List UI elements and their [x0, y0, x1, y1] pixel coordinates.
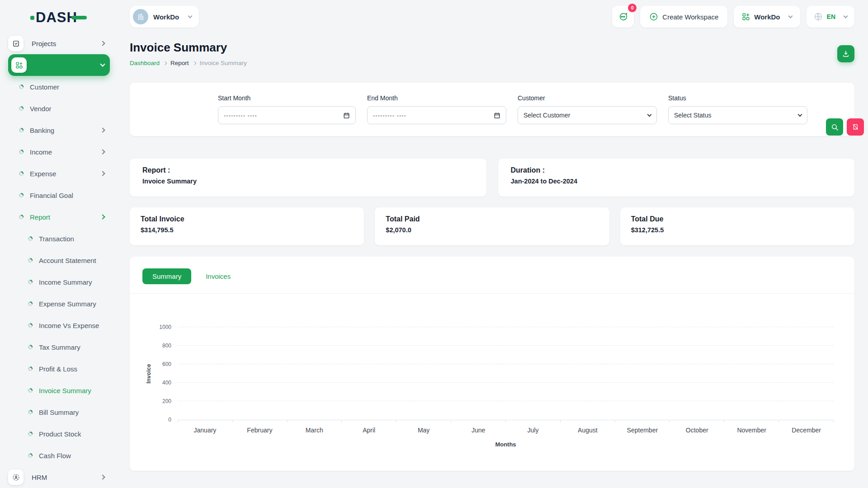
divider: [130, 293, 854, 294]
totals-row: Total Invoice $314,795.5 Total Paid $2,0…: [130, 207, 854, 245]
customer-select[interactable]: Select Customer: [518, 106, 657, 124]
x-tick: [178, 420, 233, 422]
workspace-name: WorkDo: [153, 13, 179, 21]
gridline: [178, 345, 834, 346]
sidebar-item-accounting[interactable]: Accounting: [8, 54, 110, 76]
sidebar-item-label: Financial Goal: [30, 192, 73, 199]
chevron-down-icon: [647, 112, 652, 117]
chat-icon: [618, 12, 628, 22]
bullet-icon: [28, 432, 33, 436]
sidebar-item-expense[interactable]: Expense: [8, 163, 110, 184]
sidebar-item-vendor[interactable]: Vendor: [8, 98, 110, 119]
invoice-bar-chart: Invoice 02004006008001000 JanuaryFebruar…: [142, 327, 842, 448]
sidebar-item-label: Product Stock: [39, 430, 81, 438]
bullet-icon: [28, 323, 33, 328]
sidebar-item-label: HRM: [32, 474, 47, 481]
start-month-input[interactable]: --------- ----: [218, 106, 356, 124]
sidebar-item-income-vs-expense[interactable]: Income Vs Expense: [8, 314, 110, 336]
messages-button[interactable]: 0: [612, 6, 634, 28]
y-tick-label: 0: [152, 417, 171, 423]
sidebar-item-label: Customer: [30, 83, 59, 91]
tab-summary[interactable]: Summary: [142, 268, 191, 284]
x-tick-label: October: [670, 427, 724, 434]
sidebar-item-label: Transaction: [39, 235, 74, 243]
workspace-selector[interactable]: WorkDo: [130, 6, 199, 28]
y-tick-label: 200: [152, 398, 171, 404]
language-selector[interactable]: EN: [807, 6, 854, 28]
sidebar-item-label: Tax Summary: [39, 343, 80, 351]
sidebar-menu: ProjectsAccountingCustomerVendorBankingI…: [8, 33, 120, 488]
x-tick: [506, 420, 561, 422]
app-menu-button[interactable]: WorkDo: [734, 6, 800, 28]
sidebar-item-income-summary[interactable]: Income Summary: [8, 271, 110, 293]
create-workspace-button[interactable]: Create Workspace: [640, 6, 727, 28]
x-tick-label: June: [451, 427, 506, 434]
sidebar-item-expense-summary[interactable]: Expense Summary: [8, 293, 110, 314]
total-invoice-value: $314,795.5: [141, 226, 353, 234]
topbar: WorkDo 0 Create Workspace WorkDo: [130, 0, 854, 30]
page-title: Invoice Summary: [130, 41, 247, 55]
chevron-right-icon: [100, 474, 105, 479]
chevron-down-icon: [844, 14, 848, 18]
sidebar-item-label: Accounting: [35, 61, 72, 69]
building-icon: [137, 13, 145, 21]
duration-card: Duration : Jan-2024 to Dec-2024: [498, 159, 855, 197]
breadcrumb-dashboard[interactable]: Dashboard: [130, 60, 160, 66]
calendar-icon: [343, 112, 350, 119]
bullet-icon: [19, 128, 24, 132]
plus-circle-icon: [649, 12, 658, 21]
sidebar-item-bill-summary[interactable]: Bill Summary: [8, 401, 110, 423]
total-invoice-label: Total Invoice: [141, 215, 353, 223]
app-menu-label: WorkDo: [754, 13, 780, 21]
sidebar-item-label: Expense Summary: [39, 300, 96, 308]
x-tick-label: July: [506, 427, 561, 434]
chevron-right-icon: [163, 61, 167, 65]
sidebar-item-label: Banking: [30, 127, 54, 134]
duration-card-value: Jan-2024 to Dec-2024: [511, 178, 842, 185]
chevron-right-icon: [100, 41, 105, 46]
start-month-value: --------- ----: [224, 112, 257, 119]
logo[interactable]: DASH: [8, 5, 120, 30]
sidebar-item-hrm[interactable]: HRM: [8, 466, 110, 488]
sidebar-item-projects[interactable]: Projects: [8, 33, 110, 54]
gridline: [178, 327, 834, 327]
filter-card: Start Month --------- ---- End Month ---…: [130, 83, 854, 136]
end-month-input[interactable]: --------- ----: [367, 106, 506, 124]
chart-card: Summary Invoices Invoice 020040060080010…: [130, 257, 854, 471]
logo-dot: [30, 16, 34, 20]
sidebar-item-income[interactable]: Income: [8, 141, 110, 163]
bullet-icon: [28, 280, 33, 284]
status-select[interactable]: Select Status: [668, 106, 807, 124]
sidebar-item-label: Invoice Summary: [39, 387, 91, 394]
sidebar-item-account-statement[interactable]: Account Statement: [8, 249, 110, 271]
chevron-right-icon: [100, 171, 105, 176]
sidebar-item-profit-loss[interactable]: Profit & Loss: [8, 358, 110, 380]
tab-invoices[interactable]: Invoices: [196, 268, 241, 284]
x-tick: [724, 420, 779, 422]
bullet-icon: [19, 84, 24, 89]
sidebar-item-tax-summary[interactable]: Tax Summary: [8, 336, 110, 358]
sidebar-item-label: Cash Flow: [39, 452, 71, 460]
chevron-right-icon: [192, 61, 196, 65]
chart-plot: 02004006008001000: [178, 327, 834, 420]
export-button[interactable]: [837, 45, 854, 62]
calendar-icon: [494, 112, 500, 119]
sidebar-item-financial-goal[interactable]: Financial Goal: [8, 184, 110, 206]
sidebar-item-transaction[interactable]: Transaction: [8, 228, 110, 249]
breadcrumb-report[interactable]: Report: [170, 60, 189, 66]
sidebar-item-banking[interactable]: Banking: [8, 119, 110, 141]
bullet-icon: [19, 193, 24, 197]
sidebar-item-invoice-summary[interactable]: Invoice Summary: [8, 380, 110, 401]
chart-xlabels: JanuaryFebruaryMarchAprilMayJuneJulyAugu…: [178, 427, 834, 434]
apply-filter-button[interactable]: [826, 118, 843, 136]
sidebar-item-cash-flow[interactable]: Cash Flow: [8, 445, 110, 466]
sidebar-item-report[interactable]: Report: [8, 206, 110, 228]
report-card-title: Report :: [142, 166, 474, 174]
create-workspace-label: Create Workspace: [662, 13, 718, 21]
sidebar-item-product-stock[interactable]: Product Stock: [8, 423, 110, 445]
sidebar-item-customer[interactable]: Customer: [8, 76, 110, 98]
chevron-right-icon: [100, 149, 105, 154]
reset-filter-button[interactable]: [847, 118, 864, 136]
x-axis-title: Months: [178, 441, 834, 448]
breadcrumb-current: Invoice Summary: [200, 60, 247, 66]
